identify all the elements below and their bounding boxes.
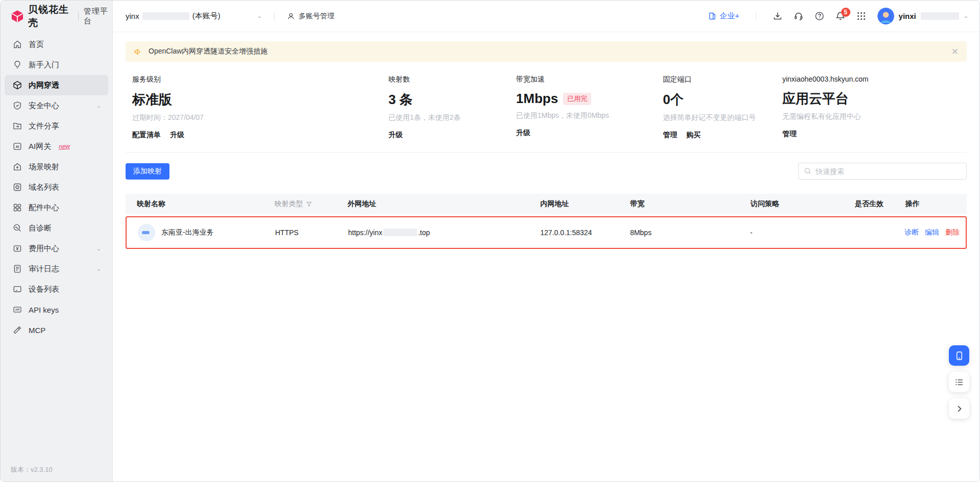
bell-icon[interactable]: 5: [836, 11, 845, 21]
billing-icon: [13, 244, 22, 253]
stat-label: 带宽加速: [516, 75, 663, 84]
diagnose-action[interactable]: 诊断: [904, 228, 919, 237]
brand-suffix: 管理平台: [84, 7, 112, 26]
sidebar: 贝锐花生壳 管理平台 首页 新手入门 内网穿透 安全中心 ⌄: [1, 1, 113, 481]
stat-value: 标准版: [132, 91, 172, 109]
sidebar-item-security-center[interactable]: 安全中心 ⌄: [5, 95, 108, 116]
stat-value: 应用云平台: [782, 90, 849, 108]
search-icon: [804, 167, 812, 175]
sidebar-item-intranet-penetration[interactable]: 内网穿透: [5, 75, 108, 95]
table-row[interactable]: 东南亚-出海业务 HTTPS https://yinx.top 127.0.0.…: [126, 216, 967, 249]
sidebar-nav: 首页 新手入门 内网穿透 安全中心 ⌄ 文件分享 AI AI网关: [1, 34, 112, 340]
stat-bandwidth: 带宽加速 1Mbps 已用完 已使用1Mbps，未使用0Mbps 升级: [516, 75, 663, 140]
download-icon[interactable]: [773, 11, 782, 21]
add-mapping-button[interactable]: 添加映射: [126, 163, 169, 180]
bulb-icon: [13, 60, 22, 69]
sidebar-item-ai-gateway[interactable]: AI AI网关 new: [5, 136, 108, 157]
list-panel-button[interactable]: [949, 372, 969, 392]
sidebar-item-getting-started[interactable]: 新手入门: [5, 55, 108, 75]
filter-funnel-icon[interactable]: [306, 201, 312, 208]
sidebar-item-label: MCP: [29, 326, 45, 335]
sidebar-item-components-center[interactable]: 配件中心: [5, 197, 108, 218]
external-url-prefix: https://yinx: [348, 229, 382, 237]
upgrade-link[interactable]: 升级: [388, 131, 403, 140]
delete-action[interactable]: 删除: [945, 228, 960, 237]
user-icon: [287, 12, 295, 20]
components-icon: [13, 203, 22, 212]
divider: [274, 12, 275, 21]
sidebar-item-scene-mapping[interactable]: 场景映射: [5, 157, 108, 177]
upgrade-link[interactable]: 升级: [170, 131, 184, 140]
sidebar-item-billing-center[interactable]: 费用中心 ⌄: [5, 238, 108, 259]
sidebar-item-label: 场景映射: [29, 162, 59, 172]
svg-text:API: API: [15, 308, 20, 311]
mobile-app-button[interactable]: [949, 345, 969, 366]
multi-account-label: 多账号管理: [299, 12, 334, 21]
cube-icon: [13, 81, 22, 90]
stat-sub: 已使用1Mbps，未使用0Mbps: [516, 111, 663, 120]
list-icon: [954, 377, 964, 387]
announcement-text[interactable]: OpenClaw内网穿透隧道安全增强措施: [149, 47, 945, 56]
stat-label: 服务级别: [132, 75, 388, 84]
stat-domain: yinxiaohe0003.hskyun.com: [782, 75, 967, 83]
apps-grid-icon[interactable]: [856, 11, 866, 21]
stat-mapping-count: 映射数 3 条 已使用1条，未使用2条 升级: [388, 75, 516, 140]
sidebar-item-home[interactable]: 首页: [5, 34, 108, 55]
svg-text:AI: AI: [15, 144, 19, 149]
manage-link[interactable]: 管理: [663, 131, 677, 140]
sidebar-item-mcp[interactable]: MCP: [5, 320, 108, 340]
sidebar-item-label: API keys: [29, 306, 59, 314]
bandwidth-value: 8Mbps: [630, 229, 750, 237]
account-suffix: (本账号): [192, 11, 220, 21]
home-icon: [13, 40, 22, 49]
sidebar-item-device-list[interactable]: 设备列表: [5, 279, 108, 299]
sidebar-item-file-share[interactable]: 文件分享: [5, 116, 108, 136]
headset-icon[interactable]: [794, 11, 803, 21]
search-input[interactable]: [816, 167, 961, 175]
edit-action[interactable]: 编辑: [925, 228, 939, 237]
buy-link[interactable]: 购买: [687, 131, 701, 140]
ai-icon: AI: [13, 142, 22, 151]
sidebar-item-label: 新手入门: [29, 60, 59, 70]
device-icon: [13, 285, 22, 294]
sidebar-item-domain-list[interactable]: 域名列表: [5, 177, 108, 197]
speaker-icon: [134, 47, 142, 56]
top-header: yinx (本账号) ⌄ 多账号管理 企业+ 5: [113, 1, 979, 32]
sidebar-item-api-keys[interactable]: API API keys: [5, 299, 108, 320]
stat-sub: 选择简单好记不变更的端口号: [663, 113, 782, 122]
column-header-internal: 内网地址: [540, 199, 630, 209]
redacted-text: [383, 229, 417, 236]
config-list-link[interactable]: 配置清单: [132, 131, 161, 140]
stat-fixed-ports: 固定端口 0个 选择简单好记不变更的端口号 管理 购买: [663, 75, 782, 140]
mobile-app-icon: [954, 351, 964, 361]
user-menu[interactable]: yinxi ⌄: [877, 8, 968, 24]
access-policy: -: [750, 229, 854, 237]
close-icon[interactable]: ✕: [951, 47, 959, 56]
collapse-panel-button[interactable]: [949, 398, 969, 419]
brand-logo: 贝锐花生壳 管理平台: [1, 1, 112, 32]
chevron-down-icon: ⌄: [96, 266, 101, 272]
new-badge: new: [59, 142, 70, 150]
stat-value: 0个: [663, 91, 683, 109]
enterprise-label: 企业+: [720, 11, 740, 21]
notification-badge: 5: [841, 8, 850, 17]
manage-link[interactable]: 管理: [782, 130, 797, 139]
file-share-icon: [13, 121, 22, 131]
chevron-down-icon: ⌄: [96, 103, 101, 109]
mapping-table: 映射名称 映射类型 外网地址 内网地址 带宽 访问策略 是否生效 操作 东南亚-…: [126, 194, 967, 249]
stat-label: 映射数: [388, 75, 516, 84]
sidebar-item-self-diagnosis[interactable]: 自诊断: [5, 218, 108, 238]
api-icon: API: [13, 305, 22, 314]
sidebar-item-audit-log[interactable]: 审计日志 ⌄: [5, 259, 108, 279]
account-switcher[interactable]: yinx (本账号) ⌄: [126, 11, 262, 21]
sidebar-item-label: 费用中心: [29, 244, 59, 253]
divider: [78, 12, 79, 20]
audit-icon: [13, 264, 22, 273]
enterprise-button[interactable]: 企业+: [708, 11, 740, 21]
help-icon[interactable]: [815, 11, 824, 21]
sidebar-item-label: AI网关: [29, 142, 51, 151]
redacted-text: [921, 12, 959, 20]
column-header-external: 外网地址: [348, 199, 540, 209]
upgrade-link[interactable]: 升级: [516, 129, 530, 138]
multi-account-button[interactable]: 多账号管理: [287, 12, 334, 21]
